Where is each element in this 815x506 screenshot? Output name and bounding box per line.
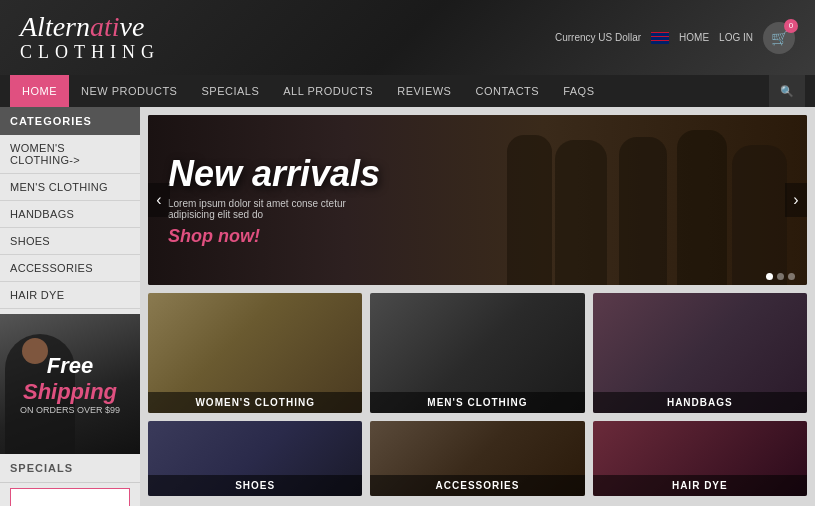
sidebar-item-womens[interactable]: WOMEN'S CLOTHING->	[0, 135, 140, 174]
product-card-accessories[interactable]: ACCESSORIES	[370, 421, 584, 496]
sidebar-item-shoes[interactable]: SHOES	[0, 228, 140, 255]
card-mens-label: MEN'S CLOTHING	[370, 392, 584, 413]
card-handbags-label: HANDBAGS	[593, 392, 807, 413]
nav-item-home[interactable]: HOME	[10, 75, 69, 107]
product-card-handbags[interactable]: HANDBAGS	[593, 293, 807, 413]
product-card-womens[interactable]: WOMEN'S CLOTHING	[148, 293, 362, 413]
sidebar-item-hair-dye[interactable]: HAIR DYE	[0, 282, 140, 309]
card-hair-label: HAIR DYE	[593, 475, 807, 496]
product-grid-row1: WOMEN'S CLOTHING MEN'S CLOTHING HANDBAGS	[148, 293, 807, 413]
specials-header: SPECIALS	[0, 454, 140, 483]
cart-button[interactable]: 🛒 0	[763, 22, 795, 54]
home-link[interactable]: HOME	[679, 32, 709, 43]
categories-header: CATEGORIES	[0, 107, 140, 135]
specials-box	[10, 488, 130, 506]
search-button[interactable]: 🔍	[769, 75, 805, 107]
shipping-label: Shipping	[20, 379, 120, 405]
hero-slider: ‹ New arrivals Lorem ipsum dolor sit ame…	[148, 115, 807, 285]
sidebar: CATEGORIES WOMEN'S CLOTHING-> MEN'S CLOT…	[0, 107, 140, 506]
card-shoes-label: SHOES	[148, 475, 362, 496]
figure-5	[507, 135, 552, 285]
sidebar-item-handbags[interactable]: HANDBAGS	[0, 201, 140, 228]
hero-dots	[766, 273, 795, 280]
sidebar-item-mens[interactable]: MEN'S CLOTHING	[0, 174, 140, 201]
header: Alternative CLOTHING Currency US Dollar …	[0, 0, 815, 75]
content-area: ‹ New arrivals Lorem ipsum dolor sit ame…	[140, 107, 815, 506]
main-layout: CATEGORIES WOMEN'S CLOTHING-> MEN'S CLOT…	[0, 107, 815, 506]
hero-cta[interactable]: Shop now!	[168, 225, 380, 246]
brand-tagline: CLOTHING	[20, 43, 160, 63]
currency-selector[interactable]: Currency US Dollar	[555, 32, 641, 43]
free-shipping-banner: Free Shipping ON ORDERS OVER $99	[0, 314, 140, 454]
card-acc-label: ACCESSORIES	[370, 475, 584, 496]
hero-figures	[412, 115, 807, 285]
figure-4	[555, 140, 607, 285]
logo: Alternative CLOTHING	[20, 12, 160, 63]
product-card-mens[interactable]: MEN'S CLOTHING	[370, 293, 584, 413]
hero-next-button[interactable]: ›	[785, 183, 807, 217]
product-card-shoes[interactable]: SHOES	[148, 421, 362, 496]
hero-prev-button[interactable]: ‹	[148, 183, 170, 217]
cart-count: 0	[784, 19, 798, 33]
figure-3	[619, 137, 667, 285]
nav-items: HOME NEW PRODUCTS SPECIALS ALL PRODUCTS …	[10, 75, 769, 107]
login-link[interactable]: LOG IN	[719, 32, 753, 43]
orders-label: ON ORDERS OVER $99	[20, 405, 120, 415]
hero-dot-1[interactable]	[766, 273, 773, 280]
header-nav: HOME LOG IN	[679, 32, 753, 43]
hero-dot-3[interactable]	[788, 273, 795, 280]
free-label: Free	[20, 353, 120, 379]
flag-icon	[651, 32, 669, 44]
nav-item-all-products[interactable]: ALL PRODUCTS	[271, 75, 385, 107]
figure-1	[732, 145, 787, 285]
hero-title: New arrivals	[168, 154, 380, 194]
navbar: HOME NEW PRODUCTS SPECIALS ALL PRODUCTS …	[0, 75, 815, 107]
product-card-hair[interactable]: HAIR DYE	[593, 421, 807, 496]
brand-name: Alternative	[20, 12, 160, 43]
nav-item-reviews[interactable]: REVIEWS	[385, 75, 463, 107]
nav-item-new-products[interactable]: NEW PRODUCTS	[69, 75, 189, 107]
card-womens-label: WOMEN'S CLOTHING	[148, 392, 362, 413]
hero-subtitle: Lorem ipsum dolor sit amet conse ctetur …	[168, 197, 368, 219]
banner-text: Free Shipping ON ORDERS OVER $99	[20, 353, 120, 415]
nav-item-specials[interactable]: SPECIALS	[189, 75, 271, 107]
header-right: Currency US Dollar HOME LOG IN 🛒 0	[555, 22, 795, 54]
figure-2	[677, 130, 727, 285]
nav-item-contacts[interactable]: CONTACTS	[463, 75, 551, 107]
sidebar-item-accessories[interactable]: ACCESSORIES	[0, 255, 140, 282]
nav-item-faqs[interactable]: FAQS	[551, 75, 606, 107]
product-grid-row2: SHOES ACCESSORIES HAIR DYE	[148, 421, 807, 496]
hero-dot-2[interactable]	[777, 273, 784, 280]
hero-text: New arrivals Lorem ipsum dolor sit amet …	[168, 154, 380, 247]
